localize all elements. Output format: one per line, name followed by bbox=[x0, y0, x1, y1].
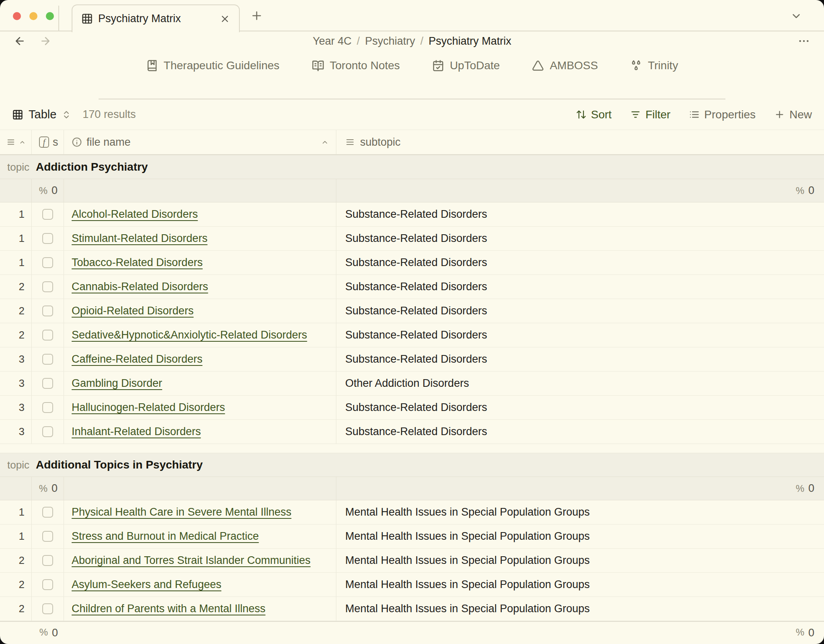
file-link[interactable]: Aboriginal and Torres Strait Islander Co… bbox=[72, 554, 311, 567]
file-link[interactable]: Caffeine-Related Disorders bbox=[72, 353, 202, 365]
lines-icon bbox=[345, 137, 355, 147]
subtopic-cell[interactable]: Substance-Related Disorders bbox=[336, 323, 824, 347]
row-checkbox[interactable] bbox=[42, 257, 53, 268]
aggregate-checked-left[interactable]: % 0 bbox=[32, 477, 64, 500]
link-label: AMBOSS bbox=[550, 59, 598, 72]
row-checkbox[interactable] bbox=[42, 233, 53, 244]
plus-icon bbox=[774, 109, 785, 120]
file-link[interactable]: Stress and Burnout in Medical Practice bbox=[72, 530, 259, 543]
breadcrumb-separator: / bbox=[420, 35, 424, 47]
file-link[interactable]: Stimulant-Related Disorders bbox=[72, 232, 208, 245]
subtopic-cell[interactable]: Mental Health Issues in Special Populati… bbox=[336, 500, 824, 524]
view-switcher[interactable]: Table bbox=[12, 108, 71, 121]
tab-list-chevron-down-icon[interactable] bbox=[790, 10, 802, 22]
breadcrumb-current[interactable]: Psychiatry Matrix bbox=[428, 35, 511, 47]
column-header-s[interactable]: f s bbox=[32, 130, 64, 154]
aggregate-value: 0 bbox=[52, 482, 58, 495]
file-link[interactable]: Opioid-Related Disorders bbox=[72, 305, 194, 317]
tab-title: Psychiatry Matrix bbox=[98, 12, 214, 25]
link-therapeutic-guidelines[interactable]: Therapeutic Guidelines bbox=[146, 59, 280, 72]
link-uptodate[interactable]: UpToDate bbox=[432, 59, 500, 72]
file-link[interactable]: Gambling Disorder bbox=[72, 377, 162, 390]
table-row: 1 Tobacco-Related Disorders Substance-Re… bbox=[0, 251, 824, 275]
subtopic-cell[interactable]: Mental Health Issues in Special Populati… bbox=[336, 524, 824, 548]
properties-button[interactable]: Properties bbox=[689, 108, 756, 121]
sort-button[interactable]: Sort bbox=[576, 108, 612, 121]
file-link[interactable]: Children of Parents with a Mental Illnes… bbox=[72, 603, 266, 615]
row-checkbox[interactable] bbox=[42, 354, 53, 365]
file-link[interactable]: Hallucinogen-Related Disorders bbox=[72, 401, 225, 414]
group-header-additional-topics[interactable]: topic Additional Topics in Psychiatry bbox=[0, 453, 824, 477]
row-checkbox[interactable] bbox=[42, 378, 53, 389]
column-header-subtopic[interactable]: subtopic bbox=[336, 130, 824, 154]
subtopic-cell[interactable]: Mental Health Issues in Special Populati… bbox=[336, 597, 824, 621]
file-link[interactable]: Inhalant-Related Disorders bbox=[72, 425, 201, 438]
subtopic-cell[interactable]: Mental Health Issues in Special Populati… bbox=[336, 573, 824, 597]
row-checkbox[interactable] bbox=[42, 402, 53, 413]
close-tab-icon[interactable] bbox=[220, 14, 230, 24]
subtopic-cell[interactable]: Substance-Related Disorders bbox=[336, 227, 824, 250]
link-label: Trinity bbox=[648, 59, 678, 72]
view-label: Table bbox=[29, 108, 56, 121]
file-link[interactable]: Alcohol-Related Disorders bbox=[72, 208, 198, 221]
column-header-file-name[interactable]: file name bbox=[64, 130, 336, 154]
column-label: subtopic bbox=[360, 136, 401, 149]
subtopic-cell[interactable]: Substance-Related Disorders bbox=[336, 420, 824, 444]
file-link[interactable]: Asylum-Seekers and Refugees bbox=[72, 578, 221, 591]
row-number: 1 bbox=[0, 202, 32, 226]
subtopic-cell[interactable]: Substance-Related Disorders bbox=[336, 396, 824, 419]
breadcrumb-item[interactable]: Year 4C bbox=[313, 35, 352, 47]
row-number: 1 bbox=[0, 251, 32, 275]
zoom-window-button[interactable] bbox=[46, 12, 54, 20]
subtopic-cell[interactable]: Mental Health Issues in Special Populati… bbox=[336, 549, 824, 572]
row-checkbox[interactable] bbox=[42, 507, 53, 518]
group-title: Addiction Psychiatry bbox=[36, 161, 148, 173]
footer-aggregate-left[interactable]: % 0 bbox=[32, 627, 64, 639]
row-number: 1 bbox=[0, 227, 32, 250]
subtopic-cell[interactable]: Substance-Related Disorders bbox=[336, 299, 824, 323]
row-checkbox[interactable] bbox=[42, 305, 53, 316]
aggregate-checked-right[interactable]: % 0 bbox=[336, 477, 824, 500]
link-trinity[interactable]: Trinity bbox=[630, 59, 678, 72]
subtopic-cell[interactable]: Substance-Related Disorders bbox=[336, 202, 824, 226]
subtopic-cell[interactable]: Substance-Related Disorders bbox=[336, 347, 824, 371]
row-checkbox[interactable] bbox=[42, 579, 53, 590]
row-number: 2 bbox=[0, 549, 32, 572]
group-aggregate-row: % 0 % 0 bbox=[0, 477, 824, 500]
back-arrow-icon[interactable] bbox=[14, 35, 26, 47]
group-header-addiction-psychiatry[interactable]: topic Addiction Psychiatry bbox=[0, 155, 824, 179]
subtopic-cell[interactable]: Other Addiction Disorders bbox=[336, 372, 824, 395]
file-link[interactable]: Physical Health Care in Severe Mental Il… bbox=[72, 506, 291, 518]
sort-arrows-icon bbox=[576, 109, 587, 120]
aggregate-checked-right[interactable]: % 0 bbox=[336, 179, 824, 202]
breadcrumb-item[interactable]: Psychiatry bbox=[365, 35, 415, 47]
new-tab-button[interactable] bbox=[250, 9, 263, 22]
subtopic-cell[interactable]: Substance-Related Disorders bbox=[336, 275, 824, 299]
footer-aggregate-right[interactable]: % 0 bbox=[336, 627, 824, 639]
file-link[interactable]: Cannabis-Related Disorders bbox=[72, 281, 208, 293]
file-link[interactable]: Tobacco-Related Disorders bbox=[72, 256, 203, 269]
group-collapse-control[interactable] bbox=[0, 130, 32, 154]
row-checkbox[interactable] bbox=[42, 281, 53, 292]
file-link[interactable]: Sedative&Hypnotic&Anxiolytic-Related Dis… bbox=[72, 329, 307, 341]
app-window: Psychiatry Matrix Year 4C / Psychiatry /… bbox=[0, 0, 824, 644]
row-checkbox[interactable] bbox=[42, 426, 53, 437]
row-checkbox[interactable] bbox=[42, 209, 53, 220]
link-toronto-notes[interactable]: Toronto Notes bbox=[312, 59, 400, 72]
aggregate-checked-left[interactable]: % 0 bbox=[32, 179, 64, 202]
window-controls bbox=[13, 12, 54, 20]
close-window-button[interactable] bbox=[13, 12, 21, 20]
more-options-icon[interactable] bbox=[797, 35, 810, 47]
tab-psychiatry-matrix[interactable]: Psychiatry Matrix bbox=[72, 4, 240, 32]
subtopic-cell[interactable]: Substance-Related Disorders bbox=[336, 251, 824, 275]
row-checkbox[interactable] bbox=[42, 555, 53, 566]
row-checkbox[interactable] bbox=[42, 603, 53, 614]
table-row: 2 Sedative&Hypnotic&Anxiolytic-Related D… bbox=[0, 323, 824, 347]
filter-button[interactable]: Filter bbox=[630, 108, 670, 121]
new-button[interactable]: New bbox=[774, 108, 812, 121]
link-amboss[interactable]: AMBOSS bbox=[532, 59, 598, 72]
row-checkbox[interactable] bbox=[42, 330, 53, 341]
forward-arrow-icon[interactable] bbox=[39, 35, 52, 47]
row-checkbox[interactable] bbox=[42, 531, 53, 542]
minimize-window-button[interactable] bbox=[29, 12, 37, 20]
